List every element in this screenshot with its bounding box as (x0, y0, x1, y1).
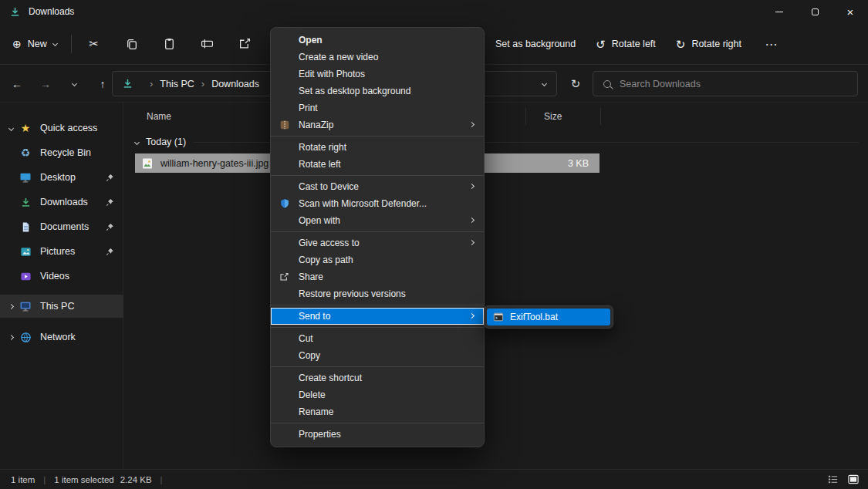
file-name: william-henry-gates-iii.jpg (160, 158, 269, 169)
rotate-right-label: Rotate right (691, 39, 741, 49)
sidebar-item-pictures[interactable]: Pictures (0, 240, 123, 263)
sidebar-item-label: Desktop (40, 172, 76, 183)
sidebar-item-videos[interactable]: Videos (0, 265, 123, 288)
group-header-today[interactable]: Today (1) (135, 134, 859, 150)
navigation-pane: ★ Quick access ♻ Recycle Bin Desktop Dow… (0, 103, 123, 469)
sidebar-item-label: Pictures (40, 246, 75, 257)
rename-button[interactable] (198, 34, 218, 54)
search-input[interactable] (620, 79, 847, 89)
sidebar-item-quick-access[interactable]: ★ Quick access (0, 116, 123, 140)
menu-item-nanazip[interactable]: NanaZip (271, 116, 484, 133)
menu-item-create-a-new-video[interactable]: Create a new video (271, 49, 484, 66)
share-button[interactable] (235, 34, 255, 54)
plus-icon: ⊕ (12, 39, 22, 49)
menu-separator (271, 327, 484, 328)
menu-item-scan-with-microsoft-defender[interactable]: Scan with Microsoft Defender... (271, 195, 484, 212)
menu-item-share[interactable]: Share (271, 268, 484, 285)
column-header-size[interactable]: Size (544, 111, 562, 122)
status-divider: | (43, 475, 46, 484)
nanazip-icon (279, 120, 290, 130)
menu-item-send-to[interactable]: Send to (271, 308, 484, 325)
menu-separator (271, 423, 484, 423)
sidebar-item-this-pc[interactable]: This PC (0, 295, 123, 318)
menu-item-rotate-left[interactable]: Rotate left (271, 156, 484, 173)
menu-item-open-with[interactable]: Open with (271, 212, 484, 229)
status-bar: 1 item | 1 item selected 2.24 KB | (0, 469, 868, 489)
menu-item-rename[interactable]: Rename (271, 403, 484, 420)
menu-item-give-access-to[interactable]: Give access to (271, 234, 484, 251)
menu-item-properties[interactable]: Properties (271, 426, 484, 443)
chevron-down-icon[interactable] (134, 139, 140, 144)
more-options-button[interactable]: ⋯ (762, 34, 782, 54)
item-count: 1 item (11, 475, 35, 484)
menu-item-set-as-desktop-background[interactable]: Set as desktop background (271, 83, 484, 99)
recent-locations-button[interactable] (66, 76, 82, 93)
column-header-name[interactable]: Name (147, 111, 171, 122)
address-dropdown-chevron-icon[interactable] (542, 81, 547, 86)
menu-item-open[interactable]: Open (271, 32, 484, 49)
breadcrumb-downloads[interactable]: Downloads (211, 79, 259, 89)
new-button[interactable]: ⊕ New (12, 39, 57, 49)
chevron-right-icon[interactable] (8, 303, 13, 309)
forward-button[interactable]: → (38, 76, 53, 93)
paste-icon (163, 37, 176, 50)
paste-button[interactable] (160, 34, 180, 54)
minimize-button[interactable] (762, 0, 797, 23)
copy-icon (125, 37, 138, 50)
submenu-item-exiftool-bat[interactable]: ExifTool.bat (487, 309, 610, 325)
back-button[interactable]: ← (9, 76, 25, 93)
ellipsis-icon: ⋯ (765, 37, 778, 52)
selection-count: 1 item selected (54, 475, 113, 484)
close-button[interactable]: × (833, 0, 868, 23)
sidebar-item-network[interactable]: Network (0, 325, 123, 349)
menu-separator (271, 175, 484, 176)
menu-item-print[interactable]: Print (271, 99, 484, 116)
rotate-right-button[interactable]: ↻ Rotate right (676, 39, 741, 50)
maximize-button[interactable] (797, 0, 833, 23)
search-icon (603, 80, 611, 88)
videos-icon (19, 271, 32, 282)
menu-item-rotate-right[interactable]: Rotate right (271, 139, 484, 156)
menu-item-edit-with-photos[interactable]: Edit with Photos (271, 66, 484, 83)
share-icon (279, 272, 289, 282)
chevron-right-icon[interactable] (8, 334, 13, 339)
sidebar-item-recycle-bin[interactable]: ♻ Recycle Bin (0, 141, 123, 164)
file-list-pane: Name Size Today (1) william-henry-gates-… (124, 103, 868, 469)
rotate-right-icon: ↻ (676, 39, 686, 50)
thumbnail-view-button[interactable] (845, 472, 862, 487)
breadcrumb-this-pc[interactable]: This PC (160, 79, 194, 89)
breadcrumb-separator: › (201, 78, 204, 89)
chevron-down-icon[interactable] (8, 125, 13, 130)
sidebar-item-desktop[interactable]: Desktop (0, 166, 123, 189)
pin-icon (106, 174, 114, 182)
menu-separator (271, 366, 484, 367)
cut-button[interactable]: ✂ (84, 34, 104, 54)
recycle-bin-icon: ♻ (19, 147, 32, 158)
set-as-background-button[interactable]: Set as background (495, 39, 576, 49)
up-button[interactable]: ↑ (95, 76, 110, 93)
refresh-icon: ↻ (571, 77, 581, 91)
menu-item-restore-previous-versions[interactable]: Restore previous versions (271, 285, 484, 302)
bat-file-icon (493, 312, 504, 322)
search-box[interactable] (593, 71, 858, 96)
toolbar-icon-group: ✂ (84, 34, 255, 54)
sidebar-item-documents[interactable]: Documents (0, 215, 123, 238)
menu-item-copy[interactable]: Copy (271, 347, 484, 364)
submenu-arrow-icon (469, 313, 475, 319)
column-divider[interactable] (525, 108, 526, 125)
cut-icon: ✂ (89, 37, 99, 51)
chevron-down-icon (71, 81, 76, 86)
copy-button[interactable] (122, 34, 142, 54)
sidebar-item-label: Videos (40, 271, 69, 282)
sidebar-item-downloads[interactable]: Downloads (0, 191, 123, 214)
menu-item-delete[interactable]: Delete (271, 386, 484, 403)
menu-item-cast-to-device[interactable]: Cast to Device (271, 178, 484, 195)
menu-item-create-shortcut[interactable]: Create shortcut (271, 369, 484, 386)
details-view-button[interactable] (824, 472, 841, 487)
menu-item-cut[interactable]: Cut (271, 330, 484, 347)
desktop-icon (19, 171, 32, 184)
refresh-button[interactable]: ↻ (566, 71, 586, 96)
menu-item-copy-as-path[interactable]: Copy as path (271, 251, 484, 268)
column-divider[interactable] (600, 108, 601, 125)
rotate-left-button[interactable]: ↺ Rotate left (596, 39, 656, 50)
